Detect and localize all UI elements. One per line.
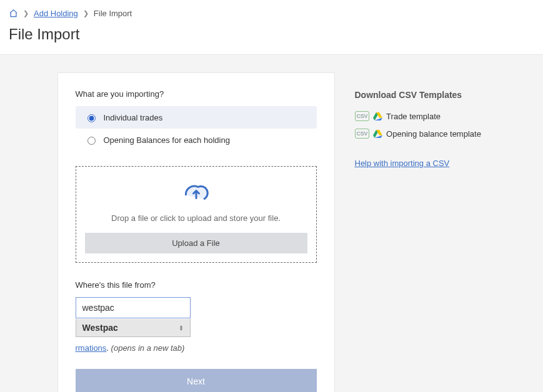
confirmations-link[interactable]: rmations: [76, 343, 107, 353]
option-opening-balances[interactable]: Opening Balances for each holding: [76, 129, 317, 151]
option-individual-trades[interactable]: Individual trades: [76, 106, 317, 129]
where-label: Where's this file from?: [76, 280, 317, 290]
page-header: ❯ Add Holding ❯ File Import File Import: [0, 0, 543, 55]
hint-row: rmations. (opens in a new tab): [76, 343, 317, 353]
radio-opening-balances[interactable]: [87, 137, 96, 145]
chevron-right-icon: ❯: [23, 9, 29, 17]
chevron-right-icon: ❯: [83, 9, 89, 17]
radio-individual-trades[interactable]: [87, 114, 96, 122]
google-drive-icon: [373, 112, 382, 120]
sidebar-title: Download CSV Templates: [355, 90, 486, 100]
breadcrumb-current: File Import: [94, 9, 132, 18]
option-text: Westpac: [82, 323, 118, 333]
sidebar: Download CSV Templates CSV Trade templat…: [355, 72, 486, 168]
upload-file-button[interactable]: Upload a File: [85, 233, 307, 253]
template-label: Trade template: [386, 112, 441, 121]
import-card: What are you importing? Individual trade…: [57, 72, 335, 392]
next-button[interactable]: Next: [76, 369, 317, 392]
file-dropzone[interactable]: Drop a file or click to upload and store…: [76, 166, 317, 263]
content-area: What are you importing? Individual trade…: [0, 55, 543, 392]
dropzone-text: Drop a file or click to upload and store…: [85, 213, 307, 223]
cloud-upload-icon: [181, 197, 211, 206]
option-label: Individual trades: [104, 113, 163, 122]
home-icon[interactable]: [9, 9, 18, 18]
csv-icon: CSV: [355, 129, 370, 139]
template-label: Opening balance template: [386, 129, 481, 139]
page-title: File Import: [9, 26, 534, 43]
breadcrumb-add-holding[interactable]: Add Holding: [34, 9, 78, 18]
spinner-icon: ▲▼: [179, 325, 184, 331]
broker-option-westpac[interactable]: Westpac ▲▼: [76, 319, 190, 336]
importing-question-label: What are you importing?: [76, 89, 317, 99]
breadcrumb: ❯ Add Holding ❯ File Import: [9, 9, 534, 18]
hint-period: .: [106, 343, 111, 353]
google-drive-icon: [373, 130, 382, 138]
hint-new-tab-note: (opens in a new tab): [111, 343, 185, 353]
broker-dropdown: Westpac ▲▼: [76, 319, 191, 337]
opening-balance-template-link[interactable]: CSV Opening balance template: [355, 129, 486, 139]
option-label: Opening Balances for each holding: [104, 135, 230, 145]
broker-search-input[interactable]: [76, 297, 191, 318]
help-importing-link[interactable]: Help with importing a CSV: [355, 159, 450, 168]
csv-icon: CSV: [355, 111, 370, 121]
trade-template-link[interactable]: CSV Trade template: [355, 111, 486, 121]
